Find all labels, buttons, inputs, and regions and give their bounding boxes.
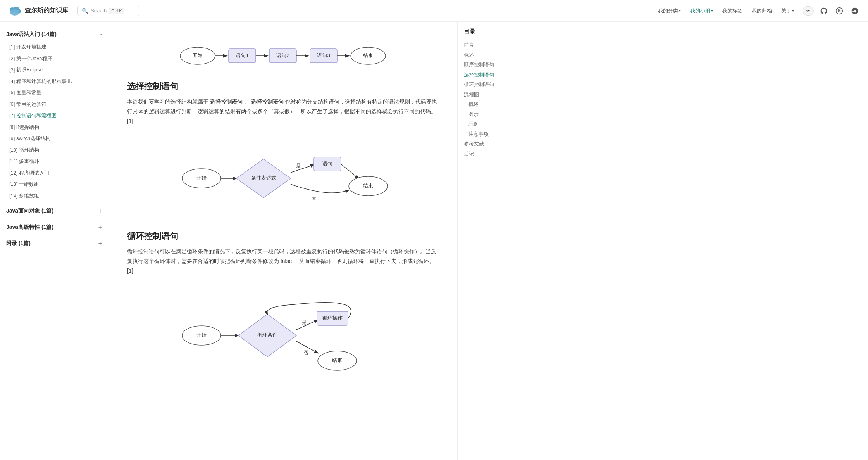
sidebar-section-header-appendix[interactable]: 附录 (1篇) + — [0, 237, 108, 250]
sidebar-item-11[interactable]: [11] 多重循环 — [0, 156, 108, 167]
sidebar-item-6[interactable]: [6] 常用的运算符 — [0, 99, 108, 110]
svg-text:G: G — [838, 9, 841, 13]
table-of-contents: 目录 前言 概述 顺序控制语句 选择控制语句 循环控制语句 流程图 概述 图示 … — [457, 22, 527, 460]
flowchart-sequential: 开始 语句1 语句2 语句3 — [127, 40, 439, 71]
svg-text:语句3: 语句3 — [317, 52, 330, 58]
expand-icon-oop: + — [98, 208, 102, 214]
logo-icon — [8, 4, 22, 18]
svg-text:是: 是 — [302, 320, 307, 325]
main-layout: Java语法入门 (14篇) ▪ [1] 开发环境搭建 [2] 第一个Java程… — [0, 22, 868, 460]
toc-item-flowchart-overview[interactable]: 概述 — [464, 99, 521, 109]
sidebar-item-1[interactable]: [1] 开发环境搭建 — [0, 41, 108, 53]
header-icons: ☀ G — [803, 5, 860, 16]
sidebar-item-7[interactable]: [7] 控制语句和流程图 — [0, 110, 108, 121]
sidebar: Java语法入门 (14篇) ▪ [1] 开发环境搭建 [2] 第一个Java程… — [0, 22, 108, 460]
svg-text:语句2: 语句2 — [276, 52, 289, 58]
sidebar-section-header-oop[interactable]: Java面向对象 (1篇) + — [0, 204, 108, 218]
svg-text:开始: 开始 — [193, 52, 203, 58]
search-icon: 🔍 — [82, 8, 88, 14]
sidebar-item-13[interactable]: [13] 一维数组 — [0, 178, 108, 190]
section-title-selection: 选择控制语句 — [127, 81, 439, 92]
logo-text: 查尔斯的知识库 — [25, 7, 68, 15]
sidebar-item-8[interactable]: [8] if选择结构 — [0, 121, 108, 133]
svg-line-30 — [341, 164, 358, 178]
toc-item-postscript[interactable]: 后记 — [464, 149, 521, 159]
logo[interactable]: 查尔斯的知识库 — [8, 4, 68, 18]
svg-text:开始: 开始 — [196, 175, 207, 181]
search-label: Search — [91, 8, 107, 14]
main-content: 开始 语句1 语句2 语句3 — [108, 22, 457, 460]
sidebar-item-4[interactable]: [4] 程序和计算机的那点事儿 — [0, 76, 108, 87]
sidebar-item-10[interactable]: [10] 循环结构 — [0, 144, 108, 156]
toc-item-flowchart-notes[interactable]: 注意事项 — [464, 129, 521, 139]
search-shortcut: Ctrl K — [109, 8, 124, 14]
toc-item-sequential[interactable]: 顺序控制语句 — [464, 60, 521, 70]
svg-text:否: 否 — [304, 350, 308, 355]
svg-text:条件表达式: 条件表达式 — [251, 175, 276, 181]
toc-item-references[interactable]: 参考文献 — [464, 139, 521, 149]
svg-text:语句1: 语句1 — [236, 52, 248, 58]
github-icon[interactable] — [818, 5, 829, 16]
toc-item-preface[interactable]: 前言 — [464, 40, 521, 50]
svg-text:否: 否 — [312, 197, 316, 202]
sidebar-item-2[interactable]: [2] 第一个Java程序 — [0, 53, 108, 64]
svg-text:结束: 结束 — [363, 52, 373, 58]
svg-text:结束: 结束 — [332, 358, 342, 363]
sidebar-section-header-advanced[interactable]: Java高级特性 (1篇) + — [0, 221, 108, 234]
sidebar-section-appendix: 附录 (1篇) + — [0, 237, 108, 250]
sidebar-items-java-basics: [1] 开发环境搭建 [2] 第一个Java程序 [3] 初识Eclipse [… — [0, 41, 108, 201]
theme-toggle[interactable]: ☀ — [803, 6, 814, 16]
section-text-selection: 本篇我们要学习的选择结构就属于 选择控制语句 。 选择控制语句 也被称为分支结构… — [127, 97, 439, 126]
flowchart-selection: 开始 条件表达式 是 语句 结束 — [127, 136, 439, 221]
toc-title: 目录 — [464, 28, 521, 35]
sidebar-item-14[interactable]: [14] 多维数组 — [0, 190, 108, 202]
svg-text:结束: 结束 — [363, 183, 373, 188]
app: 查尔斯的知识库 🔍 Search Ctrl K 我的分类 ▾ 我的小册 ▾ 我的… — [0, 0, 868, 460]
sidebar-section-java-oop: Java面向对象 (1篇) + — [0, 204, 108, 218]
header: 查尔斯的知识库 🔍 Search Ctrl K 我的分类 ▾ 我的小册 ▾ 我的… — [0, 0, 868, 22]
sidebar-item-9[interactable]: [9] switch选择结构 — [0, 133, 108, 144]
svg-text:循环操作: 循环操作 — [322, 315, 343, 321]
svg-text:是: 是 — [296, 163, 301, 168]
collapse-icon: ▪ — [100, 32, 102, 37]
sidebar-item-3[interactable]: [3] 初识Eclipse — [0, 64, 108, 76]
nav-my-booklet[interactable]: 我的小册 ▾ — [686, 5, 717, 17]
sidebar-item-5[interactable]: [5] 变量和常量 — [0, 87, 108, 99]
sidebar-section-header-java-basics[interactable]: Java语法入门 (14篇) ▪ — [0, 28, 108, 41]
sidebar-section-java-basics: Java语法入门 (14篇) ▪ [1] 开发环境搭建 [2] 第一个Java程… — [0, 28, 108, 201]
telegram-icon[interactable] — [849, 5, 860, 16]
main-nav: 我的分类 ▾ 我的小册 ▾ 我的标签 我的归档 关于 ▾ — [654, 5, 798, 17]
sidebar-section-java-advanced: Java高级特性 (1篇) + — [0, 221, 108, 234]
nav-my-archive[interactable]: 我的归档 — [748, 5, 776, 17]
toc-item-flowchart[interactable]: 流程图 — [464, 90, 521, 100]
toc-item-overview[interactable]: 概述 — [464, 50, 521, 60]
section-text-loop: 循环控制语句可以在满足循环条件的情况下，反复执行某一段代码，这段被重复执行的代码… — [127, 247, 439, 276]
svg-point-4 — [10, 9, 19, 15]
svg-text:开始: 开始 — [196, 332, 207, 338]
svg-line-26 — [291, 165, 314, 173]
nav-about[interactable]: 关于 ▾ — [777, 5, 798, 17]
expand-icon-advanced: + — [98, 224, 102, 231]
toc-item-flowchart-diagram[interactable]: 图示 — [464, 109, 521, 119]
toc-item-loop[interactable]: 循环控制语句 — [464, 80, 521, 90]
toc-item-selection[interactable]: 选择控制语句 — [464, 70, 521, 80]
flowchart-loop: 开始 循环条件 是 循环操作 否 — [127, 285, 439, 386]
toc-item-flowchart-example[interactable]: 示例 — [464, 119, 521, 129]
sidebar-item-12[interactable]: [12] 程序调试入门 — [0, 167, 108, 179]
svg-line-39 — [296, 320, 318, 330]
svg-text:循环条件: 循环条件 — [257, 332, 277, 338]
nav-my-tags[interactable]: 我的标签 — [718, 5, 746, 17]
search-box[interactable]: 🔍 Search Ctrl K — [78, 6, 140, 16]
section-title-loop: 循环控制语句 — [127, 230, 439, 242]
expand-icon-appendix: + — [98, 240, 102, 247]
svg-text:语句: 语句 — [322, 161, 332, 166]
nav-my-categories[interactable]: 我的分类 ▾ — [654, 5, 685, 17]
g-icon[interactable]: G — [834, 5, 845, 16]
